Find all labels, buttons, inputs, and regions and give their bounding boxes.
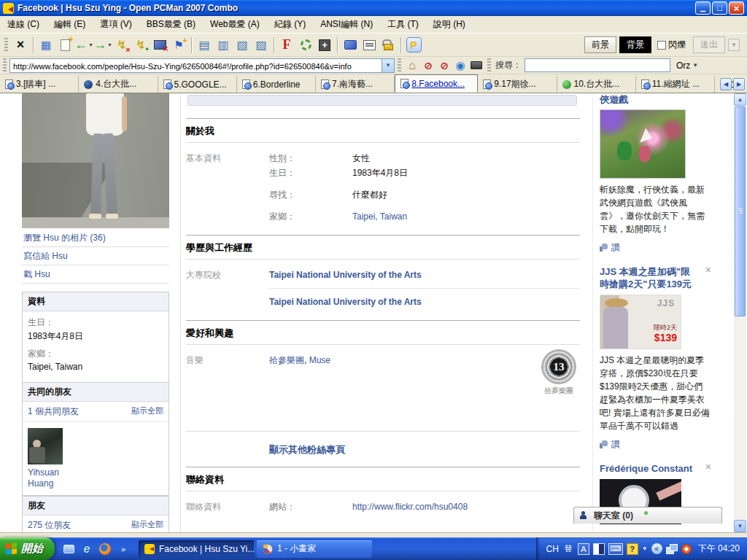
minimize-button[interactable]: [695, 1, 711, 15]
forward-button[interactable]: →▼: [93, 36, 112, 55]
settings-gear-icon[interactable]: [296, 36, 315, 55]
disconnect-icon[interactable]: ↯: [112, 36, 131, 55]
ime-fullwidth-icon[interactable]: [593, 543, 605, 555]
addressbar-grip[interactable]: [3, 58, 7, 73]
network-tray-icon[interactable]: [666, 544, 678, 553]
school-link-1[interactable]: Taipei National University of the Arts: [269, 268, 422, 281]
taskbar-task-paint[interactable]: 1 - 小畫家: [257, 540, 372, 558]
menu-connect[interactable]: 連線 (C): [7, 18, 39, 31]
mutual-friends-count-link[interactable]: 1 個共同朋友: [28, 405, 79, 418]
band-page-badge[interactable]: 13 拾參樂團: [539, 349, 578, 396]
menu-help[interactable]: 說明 (H): [433, 18, 465, 31]
stop-all-icon[interactable]: ⊘: [436, 58, 452, 73]
vertical-scrollbar[interactable]: ▲ ▼: [734, 93, 746, 532]
menu-history[interactable]: 紀錄 (Y): [274, 18, 306, 31]
show-desktop-icon[interactable]: [62, 542, 75, 556]
band-link-1[interactable]: 拾參樂團: [269, 355, 304, 365]
internet-explorer-icon[interactable]: e: [80, 542, 93, 556]
toolbar-grip[interactable]: [4, 38, 8, 52]
url-combobox[interactable]: ▼: [9, 58, 395, 73]
pcman-browser-icon[interactable]: P: [404, 36, 423, 55]
tab-10[interactable]: 10.台大批...: [557, 76, 636, 93]
url-dropdown-button[interactable]: ▼: [382, 59, 394, 72]
tray-app-icon[interactable]: [681, 544, 692, 554]
menu-ansi-edit[interactable]: ANSI編輯 (N): [320, 18, 373, 31]
tab-scroll-right-button[interactable]: ▶: [733, 78, 745, 90]
scroll-down-button[interactable]: ▼: [734, 520, 746, 532]
profile-photo[interactable]: [22, 93, 169, 228]
close-window-icon[interactable]: [150, 36, 169, 55]
scroll-up-button[interactable]: ▲: [734, 93, 746, 106]
tab-11[interactable]: 11.縮網址 ...: [636, 76, 715, 93]
poke-link[interactable]: 戳 Hsu: [22, 265, 169, 284]
ad-game-title[interactable]: 俠遊戲: [600, 93, 696, 106]
menu-web-favorites[interactable]: Web最愛 (A): [210, 18, 260, 31]
home-icon[interactable]: ⌂: [404, 58, 420, 73]
ad-watch-title[interactable]: Frédérique Constant: [600, 462, 696, 475]
show-other-pages-link[interactable]: 顯示其他粉絲專頁: [269, 443, 580, 456]
stop-icon[interactable]: ⊘: [420, 58, 436, 73]
search-engine-label[interactable]: Orz: [676, 61, 690, 71]
add-bookmark-icon[interactable]: ⚑: [169, 36, 188, 55]
band-link-2[interactable]: Muse: [309, 355, 330, 365]
menu-options[interactable]: 選項 (V): [100, 18, 131, 31]
friends-count-link[interactable]: 275 位朋友: [28, 519, 71, 532]
hometown-link[interactable]: Taipei, Taiwan: [352, 210, 407, 223]
hide-tray-icons-button[interactable]: <: [651, 543, 662, 554]
move-icon[interactable]: +: [315, 36, 334, 55]
language-indicator[interactable]: CH: [546, 544, 558, 554]
copy-icon[interactable]: ▤: [195, 36, 214, 55]
send-message-link[interactable]: 寫信給 Hsu: [22, 247, 169, 265]
globe-icon[interactable]: ◉: [452, 58, 468, 73]
ime-keyboard-icon[interactable]: ⌨: [608, 543, 623, 555]
background-button[interactable]: 背景: [619, 36, 651, 53]
ime-help-icon[interactable]: ?: [627, 543, 638, 555]
ad-jjs-like[interactable]: 讚: [600, 438, 711, 451]
school-link-2[interactable]: Taipei National University of the Arts: [269, 295, 422, 308]
ime-mode-icon[interactable]: 替: [562, 543, 574, 555]
mutual-see-all-link[interactable]: 顯示全部: [131, 405, 163, 418]
tab-4[interactable]: 4.台大批...: [79, 76, 158, 93]
website-link[interactable]: http://www.flickr.com/hsu0408: [352, 500, 468, 513]
tab-3[interactable]: 3.[購車] ...: [0, 76, 79, 93]
search-input[interactable]: [525, 58, 670, 72]
mutual-friend-photo[interactable]: [28, 428, 63, 464]
preview-icon[interactable]: ▨: [252, 36, 271, 55]
tab-9[interactable]: 9.17期徐...: [478, 76, 557, 93]
reconnect-icon[interactable]: ↯: [131, 36, 150, 55]
mutual-friend-name-link[interactable]: Yihsuan Huang: [28, 467, 79, 489]
search-engine-dropdown[interactable]: ▼: [692, 62, 698, 69]
chat-bar[interactable]: 聊天室 (0): [573, 507, 722, 524]
restore-button[interactable]: [712, 1, 727, 15]
send-button[interactable]: 送出: [693, 36, 725, 53]
tab-5[interactable]: 5.GOOGLE...: [158, 76, 237, 93]
new-connection-icon[interactable]: [55, 36, 74, 55]
tab-8-facebook-active[interactable]: 8.Facebook...: [395, 74, 478, 93]
copy-ansi-icon[interactable]: ▥: [214, 36, 233, 55]
facebook-shortcut-icon[interactable]: F: [277, 36, 296, 55]
start-button[interactable]: 開始: [0, 537, 55, 560]
foreground-button[interactable]: 前景: [584, 36, 616, 53]
ad-game-image[interactable]: [600, 109, 686, 179]
ime-alpha-icon[interactable]: A: [578, 543, 589, 555]
close-button[interactable]: [729, 1, 744, 15]
addressbar-grip[interactable]: [398, 58, 401, 73]
ad-jjs-image[interactable]: JJS 限時2天 $139: [600, 295, 681, 349]
ad-game-like[interactable]: 讚: [600, 241, 711, 254]
menu-tools[interactable]: 工具 (T): [387, 18, 419, 31]
close-connection-icon[interactable]: ×: [11, 36, 30, 55]
send-dropdown-button[interactable]: ▼: [728, 39, 740, 51]
searchbar-grip[interactable]: [487, 58, 491, 73]
tab-6[interactable]: 6.Borderline: [237, 76, 316, 93]
menu-edit[interactable]: 編輯 (E): [54, 18, 85, 31]
friends-see-all-link[interactable]: 顯示全部: [131, 519, 163, 532]
ansi-color-icon[interactable]: [341, 36, 360, 55]
blink-checkbox[interactable]: [657, 41, 666, 50]
ad-jjs-title[interactable]: JJS 本週之星加碼"限時搶購2天"只要139元: [600, 265, 696, 290]
ad-watch-close-icon[interactable]: ×: [705, 462, 711, 471]
view-photos-link[interactable]: 瀏覽 Hsu 的相片 (36): [22, 229, 169, 247]
scrollbar-thumb[interactable]: [735, 106, 746, 316]
tab-7[interactable]: 7.南海藝...: [316, 76, 395, 93]
back-button[interactable]: ←▼: [74, 36, 93, 55]
ime-options-caret[interactable]: ▼: [642, 545, 648, 552]
